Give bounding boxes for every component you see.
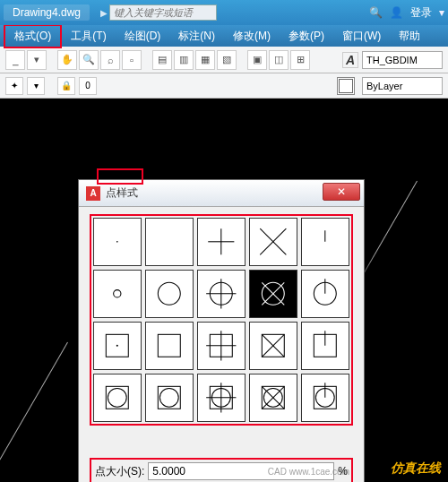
point-size-label: 点大小(S): — [95, 464, 144, 479]
point-style-cell[interactable] — [145, 374, 194, 422]
highlight-box — [90, 214, 353, 426]
point-style-cell[interactable] — [301, 218, 349, 266]
pan-icon[interactable]: ✋ — [57, 50, 77, 70]
point-style-cell[interactable] — [93, 374, 142, 422]
dialog-title: 点样式 — [106, 185, 138, 201]
tool-icon[interactable]: ▤ — [152, 50, 172, 70]
tool-icon[interactable]: ⊞ — [290, 50, 310, 70]
tool-icon[interactable]: ✦ — [5, 77, 23, 95]
point-style-cell[interactable] — [249, 374, 297, 422]
search-input[interactable] — [109, 4, 217, 21]
tool-icon[interactable]: ▦ — [195, 50, 215, 70]
menu-modify[interactable]: 修改(M) — [224, 26, 280, 47]
point-style-cell[interactable] — [197, 374, 246, 422]
point-style-dialog: A 点样式 ✕ — [78, 179, 365, 482]
svg-point-17 — [116, 345, 118, 347]
svg-rect-18 — [159, 335, 181, 357]
point-style-cell[interactable] — [301, 270, 349, 318]
menu-parametric[interactable]: 参数(P) — [280, 26, 333, 47]
tool-icon[interactable]: ▫ — [122, 50, 142, 70]
svg-rect-27 — [107, 387, 129, 409]
menu-bar: 格式(O) 工具(T) 绘图(D) 标注(N) 修改(M) 参数(P) 窗口(W… — [0, 25, 448, 47]
tool-icon[interactable]: ▾ — [27, 50, 47, 70]
point-style-cell[interactable] — [197, 218, 246, 266]
toolbar-2: ✦ ▾ 🔒 0 — [0, 73, 448, 99]
menu-window[interactable]: 窗口(W) — [333, 26, 390, 47]
lock-icon[interactable]: 🔒 — [57, 77, 75, 95]
svg-point-28 — [108, 389, 127, 408]
svg-point-6 — [114, 290, 121, 297]
binoculars-icon[interactable]: 🔍 — [369, 6, 383, 19]
point-style-cell[interactable] — [93, 270, 142, 318]
point-style-cell-selected[interactable] — [249, 270, 297, 318]
watermark-url: CAD www.1cae.com — [268, 467, 349, 477]
point-style-cell[interactable] — [93, 218, 142, 266]
menu-format[interactable]: 格式(O) — [4, 24, 62, 48]
point-style-cell[interactable] — [145, 322, 194, 370]
layer-combo[interactable] — [362, 77, 443, 95]
svg-point-7 — [159, 283, 181, 306]
menu-tools[interactable]: 工具(T) — [62, 26, 115, 47]
svg-point-0 — [116, 241, 118, 243]
dim-style-combo[interactable] — [362, 51, 443, 69]
point-style-cell[interactable] — [197, 322, 246, 370]
watermark-text: 仿真在线 — [391, 460, 441, 477]
point-style-cell[interactable] — [145, 218, 194, 266]
point-style-cell[interactable] — [249, 218, 297, 266]
tool-icon[interactable]: ▣ — [247, 50, 267, 70]
point-style-grid — [93, 218, 349, 422]
toolbar-1: ⎯ ▾ ✋ 🔍 ⌕ ▫ ▤ ▥ ▦ ▧ ▣ ◫ ⊞ A — [0, 47, 448, 73]
tool-icon[interactable]: ▾ — [27, 77, 45, 95]
user-icon[interactable]: 👤 — [390, 6, 403, 19]
tool-icon[interactable]: ⎯ — [5, 50, 25, 70]
tool-icon[interactable]: ▥ — [174, 50, 194, 70]
menu-dimension[interactable]: 标注(N) — [169, 26, 224, 47]
zoom-icon[interactable]: 🔍 — [79, 50, 99, 70]
close-icon[interactable]: ✕ — [323, 183, 360, 201]
arrow-icon: ▶ — [100, 8, 108, 18]
point-style-cell[interactable] — [93, 322, 142, 370]
layer-icon[interactable]: 0 — [79, 77, 97, 95]
dropdown-icon[interactable]: ▾ — [439, 6, 444, 19]
point-style-cell[interactable] — [249, 322, 297, 370]
document-title: Drawing4.dwg — [4, 4, 90, 21]
svg-rect-29 — [159, 387, 181, 409]
tool-icon[interactable]: ▧ — [217, 50, 237, 70]
svg-point-30 — [160, 389, 179, 408]
highlight-box — [97, 168, 143, 185]
point-style-cell[interactable] — [197, 270, 246, 318]
app-icon: A — [86, 186, 100, 201]
menu-help[interactable]: 帮助 — [390, 26, 429, 47]
point-style-cell[interactable] — [145, 270, 194, 318]
text-style-icon[interactable]: A — [342, 52, 358, 68]
menu-draw[interactable]: 绘图(D) — [116, 26, 170, 47]
point-style-cell[interactable] — [301, 322, 349, 370]
drawn-line — [0, 342, 68, 482]
color-swatch[interactable] — [337, 77, 355, 95]
tool-icon[interactable]: ◫ — [269, 50, 289, 70]
point-style-cell[interactable] — [301, 374, 349, 422]
login-label[interactable]: 登录 — [410, 5, 432, 21]
zoom-window-icon[interactable]: ⌕ — [100, 50, 120, 70]
title-bar: Drawing4.dwg ▶ 🔍 👤 登录 ▾ — [0, 0, 448, 25]
